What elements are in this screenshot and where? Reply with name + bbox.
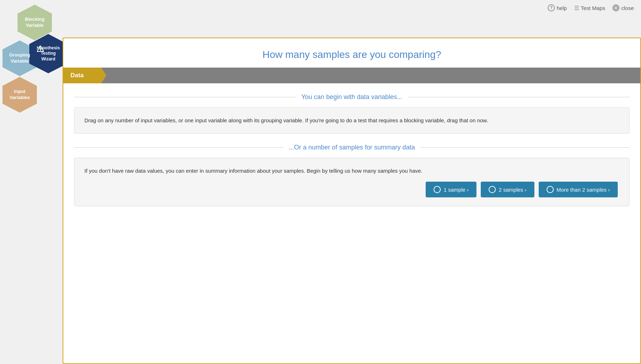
- info2-text: If you don't have raw data values, you c…: [84, 168, 422, 174]
- top-bar: ? help ☰ Test Maps ✕ close: [540, 0, 641, 16]
- list-icon: ☰: [574, 5, 579, 11]
- two-samples-icon: [489, 186, 496, 193]
- wizard-label: HypothesisTestingWizard: [37, 45, 60, 62]
- test-maps-button[interactable]: ☰ Test Maps: [574, 5, 605, 11]
- close-label: close: [621, 5, 634, 11]
- divider2-line-right: [420, 147, 630, 148]
- close-icon: ✕: [612, 4, 620, 11]
- section2-divider: ...Or a number of samples for summary da…: [74, 144, 630, 151]
- breadcrumb-bar: Data: [63, 68, 640, 83]
- info1-text: Drag on any number of input variables, o…: [84, 117, 488, 123]
- help-icon: ?: [548, 4, 555, 11]
- svg-point-5: [40, 50, 40, 50]
- blocking-variable-label: BlockingVariable: [25, 16, 45, 29]
- close-button[interactable]: ✕ close: [612, 4, 634, 11]
- breadcrumb-data: Data: [63, 68, 106, 83]
- one-sample-label: 1 sample ›: [444, 187, 469, 193]
- more-samples-icon: [547, 186, 554, 193]
- help-label: help: [557, 5, 567, 11]
- input-variables-label: InputVariables: [9, 89, 30, 101]
- more-than-2-samples-button[interactable]: More than 2 samples ›: [539, 182, 618, 197]
- info-box-2: If you don't have raw data values, you c…: [74, 158, 630, 206]
- input-variables-hex[interactable]: InputVariables: [0, 75, 39, 114]
- help-button[interactable]: ? help: [548, 4, 567, 11]
- two-samples-label: 2 samples ›: [499, 187, 527, 193]
- main-content: How many samples are you comparing? Data…: [63, 38, 641, 364]
- divider-line-left: [74, 97, 296, 97]
- divider2-line-left: [74, 147, 283, 148]
- sample-buttons-row: 1 sample › 2 samples › More than 2 sampl…: [84, 182, 619, 197]
- two-samples-button[interactable]: 2 samples ›: [481, 182, 534, 197]
- section2-text: ...Or a number of samples for summary da…: [289, 144, 415, 151]
- info-box-1: Drag on any number of input variables, o…: [74, 107, 630, 134]
- test-maps-label: Test Maps: [581, 5, 605, 11]
- one-sample-icon: [434, 186, 441, 193]
- more-samples-label: More than 2 samples ›: [557, 187, 610, 193]
- grouping-variable-label: GroupingVariable: [9, 52, 30, 64]
- page-title: How many samples are you comparing?: [63, 38, 640, 68]
- divider-line-right: [408, 97, 630, 97]
- section1-divider: You can begin with data variables...: [74, 93, 630, 101]
- one-sample-button[interactable]: 1 sample ›: [426, 182, 476, 197]
- section1-text: You can begin with data variables...: [301, 93, 402, 101]
